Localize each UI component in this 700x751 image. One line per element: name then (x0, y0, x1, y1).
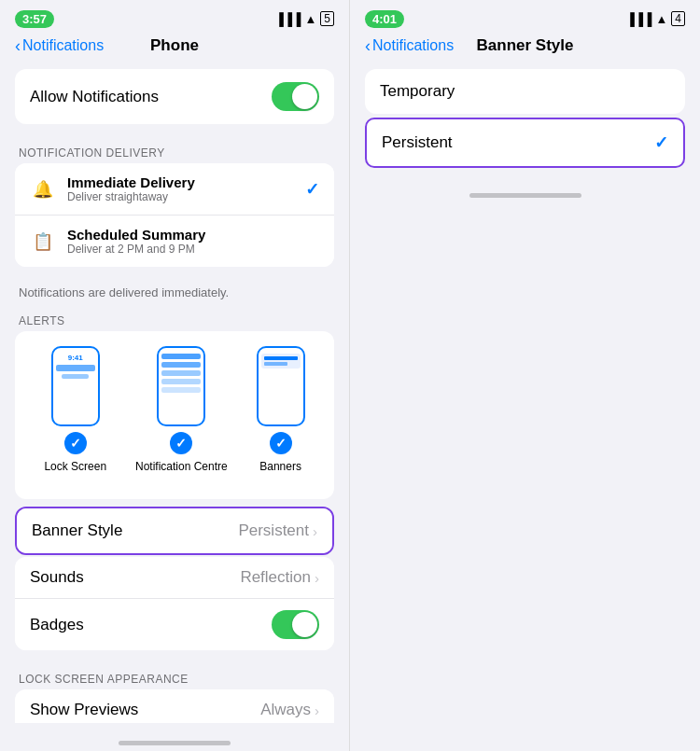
banner-style-chevron: › (313, 523, 317, 539)
status-bar-left: 3:57 ▐▐▐ ▲ 5 (0, 0, 349, 34)
status-time-left: 3:57 (15, 10, 54, 28)
allow-notifications-card: Allow Notifications (15, 69, 334, 124)
immediate-delivery-title: Immediate Delivery (67, 174, 305, 190)
banners-phone-mock (257, 346, 305, 426)
sounds-label: Sounds (30, 568, 240, 587)
allow-notifications-row[interactable]: Allow Notifications (15, 69, 334, 124)
badges-toggle-knob (292, 612, 317, 637)
page-title-right: Banner Style (477, 36, 574, 55)
toggle-knob (292, 84, 317, 109)
lock-screen-appearance-card: Show Previews Always › Notification Grou… (15, 689, 334, 723)
content-left: Allow Notifications NOTIFICATION DELIVER… (0, 62, 349, 723)
lock-screen-label: Lock Screen (44, 460, 106, 473)
notification-delivery-note: Notifications are delivered immediately. (15, 282, 334, 307)
notification-delivery-card: 🔔 Immediate Delivery Deliver straightawa… (15, 163, 334, 267)
signal-icon: ▐▐▐ (275, 12, 301, 26)
persistent-option-row[interactable]: Persistent ✓ (367, 119, 683, 166)
allow-notifications-label: Allow Notifications (30, 88, 159, 106)
banner-style-label: Banner Style (32, 522, 238, 540)
lock-screen-phone-mock: 9:41 (51, 346, 100, 426)
temporary-option-card[interactable]: Temporary (365, 69, 685, 114)
nav-bar-right: ‹ Notifications Banner Style (350, 34, 700, 62)
temporary-option-label: Temporary (380, 82, 670, 101)
badges-label: Badges (30, 616, 272, 634)
banner-style-value: Persistent (238, 522, 309, 540)
back-button-right[interactable]: ‹ Notifications (365, 37, 454, 54)
phone-time: 9:41 (68, 354, 83, 362)
banner-style-row[interactable]: Banner Style Persistent › (17, 508, 332, 553)
battery-icon-right: 4 (671, 11, 685, 26)
battery-icon: 5 (320, 11, 334, 26)
alerts-icons-row: 9:41 ✓ Lock Screen (30, 346, 319, 473)
back-button-left[interactable]: ‹ Notifications (15, 37, 104, 54)
back-chevron-right: ‹ (365, 37, 371, 54)
bell-delivery-icon: 🔔 (30, 176, 56, 202)
banners-alert[interactable]: ✓ Banners (257, 346, 305, 473)
sounds-row[interactable]: Sounds Reflection › (15, 557, 334, 599)
scheduled-summary-text: Scheduled Summary Deliver at 2 PM and 9 … (67, 227, 319, 256)
scheduled-summary-title: Scheduled Summary (67, 227, 319, 243)
persistent-option-label: Persistent (382, 133, 654, 152)
banners-label: Banners (259, 460, 301, 473)
sounds-chevron: › (315, 570, 319, 586)
persistent-option-check: ✓ (654, 132, 668, 153)
notification-centre-phone-mock (157, 346, 205, 426)
status-icons-left: ▐▐▐ ▲ 5 (275, 11, 334, 26)
signal-icon-right: ▐▐▐ (626, 12, 652, 26)
content-right: Temporary Persistent ✓ (350, 62, 700, 175)
notification-centre-label: Notification Centre (135, 460, 228, 473)
status-icons-right: ▐▐▐ ▲ 4 (626, 11, 685, 26)
home-indicator-left (0, 723, 349, 751)
page-title-left: Phone (150, 36, 199, 55)
nav-bar-left: ‹ Notifications Phone (0, 34, 349, 62)
wifi-icon: ▲ (304, 12, 316, 26)
left-screen: 3:57 ▐▐▐ ▲ 5 ‹ Notifications Phone Allow… (0, 0, 350, 751)
immediate-delivery-check: ✓ (305, 179, 319, 200)
notification-delivery-header: NOTIFICATION DELIVERY (15, 139, 334, 163)
lock-screen-alert[interactable]: 9:41 ✓ Lock Screen (44, 346, 106, 473)
allow-notifications-toggle[interactable] (272, 82, 319, 111)
list-row[interactable]: 🔔 Immediate Delivery Deliver straightawa… (15, 163, 334, 216)
banner-style-card[interactable]: Banner Style Persistent › (15, 507, 334, 555)
notification-centre-alert[interactable]: ✓ Notification Centre (135, 346, 228, 473)
home-bar-right (469, 193, 581, 198)
alerts-header: ALERTS (15, 307, 334, 331)
notification-centre-check: ✓ (170, 432, 192, 454)
sounds-card: Sounds Reflection › Badges (15, 557, 334, 650)
banners-check: ✓ (270, 432, 292, 454)
alerts-card: 9:41 ✓ Lock Screen (15, 331, 334, 499)
persistent-option-card[interactable]: Persistent ✓ (365, 118, 685, 168)
status-time-right: 4:01 (365, 10, 404, 28)
temporary-option-row[interactable]: Temporary (365, 69, 685, 114)
back-label-left: Notifications (22, 37, 104, 54)
show-previews-chevron: › (315, 702, 319, 718)
wifi-icon-right: ▲ (655, 12, 667, 26)
back-label-right: Notifications (372, 37, 454, 54)
show-previews-label: Show Previews (30, 701, 260, 719)
immediate-delivery-text: Immediate Delivery Deliver straightaway (67, 174, 305, 203)
lock-screen-appearance-header: LOCK SCREEN APPEARANCE (15, 665, 334, 689)
badges-toggle[interactable] (272, 610, 319, 639)
immediate-delivery-subtitle: Deliver straightaway (67, 190, 305, 203)
scheduled-summary-subtitle: Deliver at 2 PM and 9 PM (67, 243, 319, 256)
sounds-value: Reflection (240, 568, 311, 587)
badges-row[interactable]: Badges (15, 599, 334, 650)
scheduled-summary-icon: 📋 (30, 229, 56, 255)
phone-line-1 (56, 365, 95, 371)
list-row[interactable]: 📋 Scheduled Summary Deliver at 2 PM and … (15, 216, 334, 267)
phone-line-2 (62, 374, 89, 379)
home-indicator-right (350, 175, 700, 203)
show-previews-value: Always (260, 701, 311, 719)
lock-screen-check: ✓ (64, 432, 87, 454)
show-previews-row[interactable]: Show Previews Always › (15, 689, 334, 723)
status-bar-right: 4:01 ▐▐▐ ▲ 4 (350, 0, 700, 34)
home-bar-left (119, 741, 231, 745)
right-screen: 4:01 ▐▐▐ ▲ 4 ‹ Notifications Banner Styl… (350, 0, 700, 751)
back-chevron-left: ‹ (15, 37, 21, 54)
